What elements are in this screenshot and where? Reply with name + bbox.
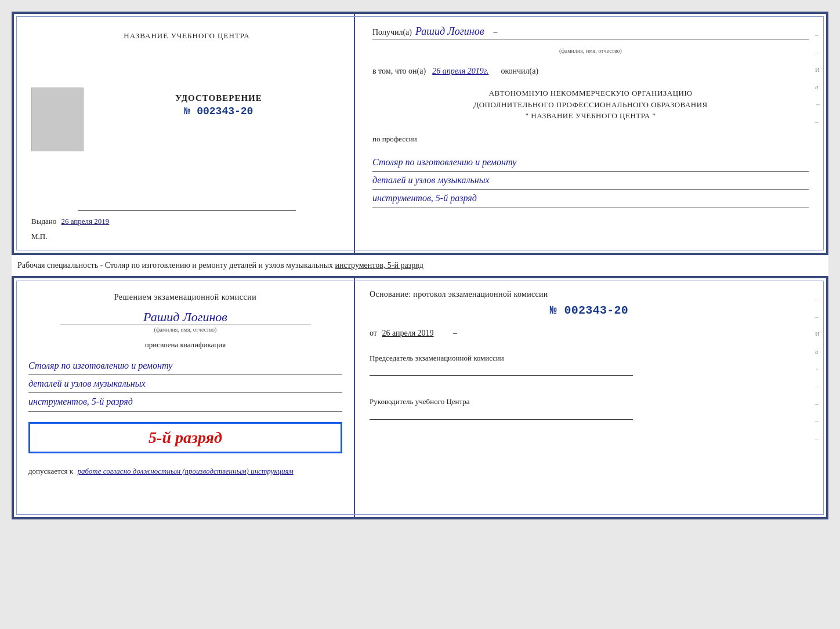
mp-label: М.П. [31,232,342,241]
bottom-recipient-name: Рашид Логинов [143,310,227,325]
cert-bottom-right: Основание: протокол экзаменационной коми… [355,278,826,517]
top-certificate: НАЗВАНИЕ УЧЕБНОГО ЦЕНТРА УДОСТОВЕРЕНИЕ №… [12,12,828,255]
ot-date: 26 апреля 2019 [382,329,433,337]
separator-text: Рабочая специальность - Столяр по изгото… [12,255,828,276]
predsedatel-block: Председатель экзаменационной комиссии [370,352,809,376]
rukovoditel-block: Руководитель учебного Центра [370,396,809,420]
predsedatel-line [370,375,633,376]
prisvoena-label: присвоена квалификация [28,340,342,350]
fio-label-bottom: (фамилия, имя, отчество) [154,326,217,333]
qual-line1: Столяр по изготовлению и ремонту [28,357,342,375]
right-edge-marks-top: – – И а ← – [815,31,821,125]
rukovoditel-line [370,419,633,420]
bottom-certificate: Решением экзаменационной комиссии Рашид … [12,276,828,519]
poluchil-label: Получил(а) [372,28,412,37]
cert-bottom-left: Решением экзаменационной комиссии Рашид … [14,278,355,517]
profession-line2: деталей и узлов музыкальных [372,172,809,190]
cert-top-right: Получил(а) Рашид Логинов – (фамилия, имя… [355,14,826,253]
udostoverenie-title: УДОСТОВЕРЕНИЕ [175,93,262,103]
signature-line [78,210,295,211]
ot-row: от 26 апреля 2019 – [370,329,809,338]
cert-top-left-middle: УДОСТОВЕРЕНИЕ № 002343-20 [31,88,342,151]
separator-underlined-text: инструментов, 5-й разряд [335,261,423,270]
resheniem-label: Решением экзаменационной комиссии [28,293,342,302]
vtom-row: в том, что он(а) 26 апреля 2019г. окончи… [372,67,809,76]
poluchil-row: Получил(а) Рашид Логинов – [372,26,809,39]
recipient-name-top: Рашид Логинов [415,26,484,38]
org-name-label: НАЗВАНИЕ УЧЕБНОГО ЦЕНТРА [31,31,342,41]
okonchil-label: окончил(а) [501,67,538,76]
profession-line1: Столяр по изготовлению и ремонту [372,154,809,172]
cert-top-left: НАЗВАНИЕ УЧЕБНОГО ЦЕНТРА УДОСТОВЕРЕНИЕ №… [14,14,355,253]
udostoverenie-block: УДОСТОВЕРЕНИЕ № 002343-20 [95,88,342,117]
dopuskaetsya-work: работе согласно должностным (производств… [77,467,293,475]
profession-block-top: Столяр по изготовлению и ремонту деталей… [372,154,809,208]
predsedatel-label: Председатель экзаменационной комиссии [370,352,809,364]
rukovoditel-label: Руководитель учебного Центра [370,396,809,408]
osnovanie-block: Основание: протокол экзаменационной коми… [370,290,809,317]
proto-number: № 002343-20 [370,304,809,317]
vydano-date: 26 апреля 2019 [61,217,110,226]
po-professii-label: по профессии [372,134,809,144]
vydano-row: Выдано 26 апреля 2019 [31,217,342,226]
right-edge-marks-bottom: – – И а ← – – – – [815,296,821,442]
vydano-label: Выдано [31,217,56,226]
org-line2: ДОПОЛНИТЕЛЬНОГО ПРОФЕССИОНАЛЬНОГО ОБРАЗО… [372,99,809,111]
vtom-label: в том, что он(а) [372,67,426,76]
dopuskaetsya-label: допускается к [28,467,73,475]
org-line1: АВТОНОМНУЮ НЕКОММЕРЧЕСКУЮ ОРГАНИЗАЦИЮ [372,88,809,99]
org-full-block: АВТОНОМНУЮ НЕКОММЕРЧЕСКУЮ ОРГАНИЗАЦИЮ ДО… [372,88,809,122]
fio-label-top: (фамилия, имя, отчество) [372,48,809,54]
photo-placeholder [31,88,84,151]
name-underline [60,325,311,325]
udostoverenie-number: № 002343-20 [184,106,254,117]
profession-line3: инструментов, 5-й разряд [372,190,809,208]
page-wrapper: НАЗВАНИЕ УЧЕБНОГО ЦЕНТРА УДОСТОВЕРЕНИЕ №… [12,12,828,519]
dopuskaetsya-row: допускается к работе согласно должностны… [28,467,342,476]
razryad-text: 5-й разряд [149,428,222,446]
osnovanie-label: Основание: протокол экзаменационной коми… [370,290,548,299]
ot-label: от [370,329,377,337]
qualification-block: Столяр по изготовлению и ремонту деталей… [28,357,342,412]
bottom-name-block: Рашид Логинов (фамилия, имя, отчество) [28,310,342,333]
qual-line3: инструментов, 5-й разряд [28,393,342,411]
completion-date: 26 апреля 2019г. [432,67,488,76]
qual-line2: деталей и узлов музыкальных [28,375,342,393]
cert-top-left-bottom: Выдано 26 апреля 2019 М.П. [31,193,342,241]
razryad-badge: 5-й разряд [28,422,342,453]
separator-main-text: Рабочая специальность - Столяр по изгото… [17,261,335,270]
org-line3: " НАЗВАНИЕ УЧЕБНОГО ЦЕНТРА " [372,110,809,122]
dash-after-name: – [493,28,497,37]
